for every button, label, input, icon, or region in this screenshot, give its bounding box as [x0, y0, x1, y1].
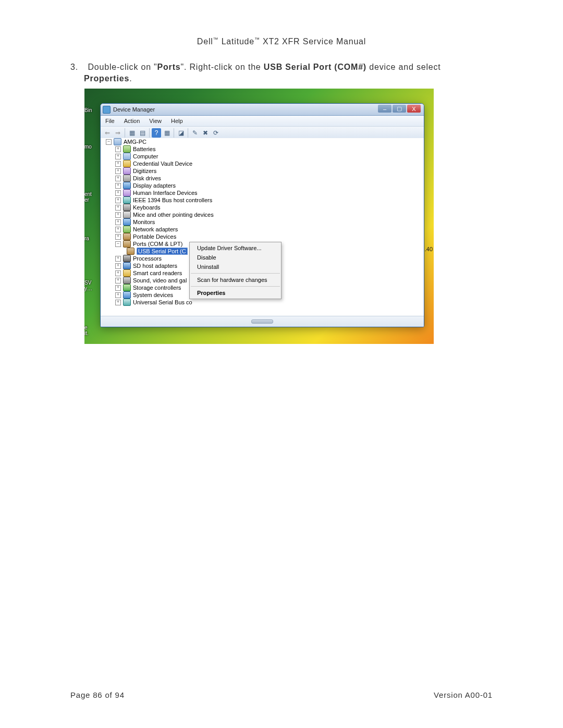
category-label: Batteries: [133, 146, 155, 152]
expand-icon[interactable]: [115, 234, 121, 240]
tree-category[interactable]: Disk drives: [101, 175, 424, 182]
processor-icon: [123, 255, 131, 262]
page-footer: Page 86 of 94 Version A00-01: [70, 690, 493, 699]
desktop-label: mo: [84, 144, 92, 150]
minimize-button[interactable]: –: [378, 105, 391, 113]
desktop-label: e: [84, 325, 88, 330]
category-label: SD host adapters: [133, 263, 177, 269]
tree-category[interactable]: Keyboards: [101, 204, 424, 211]
toolbar-action-icon[interactable]: ▦: [127, 128, 137, 138]
desktop-label: SV: [84, 280, 91, 286]
category-label: Digitizers: [133, 168, 156, 174]
context-menu-item-disable[interactable]: Disable: [190, 253, 281, 262]
step-text-c: device and select: [366, 63, 440, 71]
tree-category[interactable]: Portable Devices: [101, 233, 424, 240]
expand-icon[interactable]: [115, 227, 121, 232]
display-icon: [123, 182, 131, 189]
expand-icon[interactable]: [115, 146, 121, 152]
menu-view[interactable]: View: [144, 118, 166, 124]
service-manual-page: Dell™ Latitude™ XT2 XFR Service Manual 3…: [0, 0, 563, 728]
window-buttons: – ▢ X: [377, 105, 421, 113]
uninstall-icon[interactable]: ✖: [201, 128, 210, 138]
collapse-icon[interactable]: [115, 241, 121, 247]
expand-icon[interactable]: [115, 270, 121, 276]
context-menu-item-properties[interactable]: Properties: [190, 288, 281, 298]
tree-root[interactable]: AMG-PC: [101, 138, 424, 145]
category-label: Network adapters: [133, 226, 178, 232]
menu-action[interactable]: Action: [119, 118, 145, 124]
desktop-label: y…: [84, 286, 92, 291]
expand-icon[interactable]: [115, 183, 121, 189]
expand-icon[interactable]: [115, 256, 121, 262]
expand-icon[interactable]: [115, 300, 121, 305]
hid-icon: [123, 189, 131, 196]
disk-icon: [123, 175, 131, 182]
expand-icon[interactable]: [115, 176, 121, 181]
context-menu-item-scan[interactable]: Scan for hardware changes: [190, 275, 281, 285]
maximize-button[interactable]: ▢: [393, 105, 406, 113]
properties-icon[interactable]: ◪: [176, 128, 186, 138]
expand-icon[interactable]: [115, 219, 121, 225]
toolbar-action-icon[interactable]: ▤: [138, 128, 147, 138]
expand-icon[interactable]: [115, 168, 121, 174]
tree-category[interactable]: Batteries: [101, 145, 424, 153]
tree-category[interactable]: Human Interface Devices: [101, 189, 424, 196]
toolbar-separator: [149, 128, 150, 138]
desktop-label: ent: [84, 191, 92, 197]
toolbar-action-icon[interactable]: ▦: [162, 128, 172, 138]
expand-icon[interactable]: [115, 161, 121, 167]
device-tree[interactable]: AMG-PC Batteries Computer Credential Vau…: [101, 138, 424, 315]
tree-category[interactable]: Universal Serial Bus co: [101, 299, 424, 306]
tree-category[interactable]: Mice and other pointing devices: [101, 211, 424, 218]
mouse-icon: [123, 211, 131, 218]
system-icon: [123, 291, 131, 299]
instruction-step-3: 3. Double-click on "Ports". Right-click …: [70, 61, 493, 84]
context-menu-item-uninstall[interactable]: Uninstall: [190, 262, 281, 272]
close-button[interactable]: X: [407, 105, 421, 113]
tree-category[interactable]: Credential Vault Device: [101, 160, 424, 167]
tree-category[interactable]: Monitors: [101, 218, 424, 226]
expand-icon[interactable]: [115, 292, 121, 298]
tree-category[interactable]: Network adapters: [101, 226, 424, 233]
category-label: Processors: [133, 255, 162, 262]
expand-icon[interactable]: [115, 263, 121, 269]
tree-category[interactable]: IEEE 1394 Bus host controllers: [101, 196, 424, 204]
com-port-icon: [127, 248, 134, 255]
expand-icon[interactable]: [115, 190, 121, 196]
window-titlebar[interactable]: Device Manager – ▢ X: [101, 104, 424, 116]
expand-icon[interactable]: [115, 212, 121, 218]
trademark-1: ™: [213, 36, 219, 42]
step-bold-ports: Ports: [157, 63, 181, 71]
title-mid: Latitude: [218, 37, 254, 46]
expand-icon[interactable]: [115, 154, 121, 159]
sd-icon: [123, 262, 131, 269]
expand-icon[interactable]: [115, 278, 121, 283]
context-menu-item-update[interactable]: Update Driver Software...: [190, 243, 281, 253]
category-label: Human Interface Devices: [133, 190, 198, 196]
context-menu-separator: [191, 286, 280, 287]
expand-icon[interactable]: [115, 205, 121, 211]
menu-help[interactable]: Help: [166, 118, 188, 124]
forward-button[interactable]: ⇒: [113, 128, 123, 138]
computer-icon: [123, 153, 131, 160]
expand-icon[interactable]: [115, 198, 121, 203]
status-bar: [101, 316, 424, 327]
digitizer-icon: [123, 167, 131, 175]
update-driver-icon[interactable]: ✎: [190, 128, 200, 138]
resize-grip[interactable]: [251, 319, 273, 324]
title-suffix: XT2 XFR Service Manual: [260, 37, 366, 46]
back-button[interactable]: ⇐: [103, 128, 112, 138]
tree-category[interactable]: Digitizers: [101, 167, 424, 175]
help-icon[interactable]: ?: [152, 128, 161, 138]
collapse-icon[interactable]: [106, 139, 112, 145]
title-prefix: Dell: [197, 37, 213, 46]
expand-icon[interactable]: [115, 285, 121, 291]
tree-category[interactable]: Computer: [101, 153, 424, 160]
step-bold-usb: USB Serial Port (COM#): [264, 63, 366, 71]
tree-category[interactable]: Display adapters: [101, 182, 424, 189]
menu-file[interactable]: File: [101, 118, 119, 124]
desktop-label: Bin: [84, 107, 92, 113]
step-text-d: .: [129, 74, 132, 83]
scan-hardware-icon[interactable]: ⟳: [211, 128, 221, 138]
credential-icon: [123, 160, 131, 167]
